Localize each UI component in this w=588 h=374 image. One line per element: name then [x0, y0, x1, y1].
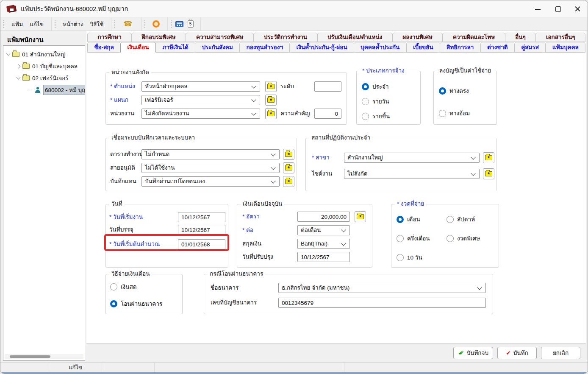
coin-icon[interactable]	[153, 20, 160, 28]
cancel-button[interactable]: ยกเลิก	[541, 347, 580, 359]
save-finish-button[interactable]: บันทึกจบ	[453, 347, 493, 359]
menu-window[interactable]: หน้าต่าง	[59, 18, 87, 30]
bank-name-label: ชื่อธนาคาร	[211, 283, 239, 293]
proxy-select[interactable]: บันทึกผ่านเวปโดยตนเอง	[141, 176, 280, 187]
tab-name-surname[interactable]: ชื่อ-สกุล	[87, 42, 121, 53]
level-input[interactable]	[314, 81, 341, 92]
tab-special-performance[interactable]: ผลงานพิเศษ	[392, 33, 443, 42]
tab-education[interactable]: การศึกษา	[87, 33, 132, 42]
radio-label: ประจำ	[372, 82, 389, 91]
grip-handle[interactable]	[114, 20, 116, 28]
tree-item-accounting[interactable]: 01 บัญชีและบุคคล	[17, 61, 78, 71]
grip-handle[interactable]	[144, 20, 146, 28]
tree-item-employee-680002[interactable]: 680002 - หมี บุญมาก	[27, 85, 85, 95]
schedule-browse-button[interactable]	[283, 149, 294, 160]
adjust-date-input[interactable]	[297, 252, 350, 262]
tab-special-training[interactable]: ฝึกอบรมพิเศษ	[131, 33, 186, 42]
radio-employment-daily[interactable]: รายวัน	[362, 97, 389, 106]
group-pay-period: * งวดที่จ่าย เดือน สัปดาห์ ครึ่งเดือน งว…	[391, 204, 499, 268]
unit-browse-button[interactable]	[265, 108, 277, 119]
phone-icon[interactable]	[119, 20, 136, 28]
unit-select[interactable]: ไม่สังกัดหน่วยงาน	[141, 109, 260, 119]
chevron-down-icon[interactable]	[17, 75, 21, 80]
position-select[interactable]: หัวหน้าฝ่ายบุคคล	[141, 81, 260, 92]
scrollbar-thumb[interactable]	[10, 355, 50, 358]
bank-name-select[interactable]: ธ.กสิกรไทย จำกัด (มหาชน)	[278, 283, 486, 293]
tab-social-security[interactable]: ประกันสังคม	[195, 42, 240, 53]
placement-date-input[interactable]	[178, 225, 225, 235]
tree-item-furniture[interactable]: 02 เฟอร์นิเจอร์	[17, 73, 68, 83]
horizontal-scrollbar[interactable]	[5, 354, 83, 359]
tab-guarantor[interactable]: บุคคลค้ำประกัน	[354, 42, 407, 53]
radio-period-month[interactable]: เดือน	[397, 215, 420, 223]
radio-period-half-month[interactable]: ครึ่งเดือน	[397, 234, 430, 243]
calculator-icon[interactable]	[175, 21, 183, 27]
tab-other-documents[interactable]: เอกสารอื่นๆ	[535, 33, 585, 42]
site-browse-button[interactable]	[483, 168, 494, 179]
tab-income-tax[interactable]: ภาษีเงินได้	[155, 42, 195, 53]
radio-period-week[interactable]: สัปดาห์	[447, 215, 475, 223]
grip-handle[interactable]	[55, 20, 56, 28]
radio-pay-bank-transfer[interactable]: โอนผ่านธนาคาร	[110, 299, 162, 308]
toolbar-group-phone	[111, 17, 141, 31]
menu-edit[interactable]: แก้ไข	[26, 18, 47, 30]
approval-select[interactable]: ไม่ได้ใช้งาน	[141, 163, 280, 173]
tab-offense-penalty[interactable]: ความผิดและโทษ	[442, 33, 505, 42]
tab-diligence-allowance[interactable]: เบี้ยขยัน	[406, 42, 440, 53]
tab-personal-file[interactable]: แฟ้มบุคคล	[545, 42, 585, 53]
section-browse-button[interactable]	[265, 95, 277, 106]
calc-start-date-input[interactable]	[178, 239, 225, 249]
calc-start-date-label: * วันที่เริ่มต้นคำนวณ	[109, 239, 160, 249]
employee-tree: 01 สำนักงานใหญ่ 01 บัญชีและบุคคล 02 เฟอร…	[3, 45, 85, 361]
tab-salary[interactable]: เงินเดือน	[120, 42, 156, 53]
tree-item-head-office[interactable]: 01 สำนักงานใหญ่	[7, 49, 65, 59]
tab-salary-adjustment[interactable]: ปรับเงินเดือน/ตำแหน่ง	[317, 33, 393, 42]
radio-period-10-days[interactable]: 10 วัน	[397, 253, 422, 262]
save-button[interactable]: บันทึก	[497, 347, 537, 359]
tab-work-history[interactable]: ประวัติการทำงาน	[253, 33, 317, 42]
currency-select[interactable]: Baht(Thai)	[297, 239, 350, 249]
folder-icon	[357, 214, 364, 219]
site-select[interactable]: ไม่สังกัด	[344, 169, 480, 179]
radio-pay-cash[interactable]: เงินสด	[110, 282, 136, 291]
minimize-icon[interactable]	[528, 0, 548, 17]
chevron-right-icon[interactable]	[17, 64, 21, 68]
tab-guarantee-loan[interactable]: เงินค้ำประกัน-กู้-ผ่อน	[289, 42, 354, 53]
radio-expense-indirect[interactable]: ทางอ้อม	[439, 109, 470, 117]
account-number-input[interactable]	[278, 298, 486, 308]
radio-employment-permanent[interactable]: ประจำ	[362, 82, 389, 91]
radio-employment-piecework[interactable]: รายชิ้น	[362, 112, 390, 120]
calendar-icon[interactable]	[188, 20, 194, 28]
radio-expense-direct[interactable]: ทางตรง	[439, 87, 469, 95]
tab-foreigner[interactable]: ต่างชาติ	[480, 42, 515, 53]
chevron-down-icon[interactable]	[6, 52, 11, 56]
approval-browse-button[interactable]	[283, 162, 294, 173]
radio-period-special[interactable]: งวดพิเศษ	[447, 234, 480, 243]
menu-help[interactable]: วิธีใช้	[87, 18, 107, 30]
tab-others[interactable]: อื่นๆ	[505, 33, 536, 42]
per-select[interactable]: ต่อเดือน	[297, 225, 350, 235]
start-date-input[interactable]	[178, 212, 225, 222]
selected-value: ไม่ได้ใช้งาน	[145, 165, 175, 171]
schedule-label: ตารางทำงาน	[110, 149, 143, 159]
schedule-select[interactable]: ไม่กำหนด	[141, 149, 280, 159]
maximize-icon[interactable]	[548, 0, 568, 17]
grip-handle[interactable]	[171, 20, 172, 28]
close-icon[interactable]	[568, 0, 588, 17]
status-bar: แก้ไข	[0, 362, 588, 374]
tab-spouse[interactable]: คู่สมรส	[514, 42, 546, 53]
position-browse-button[interactable]	[265, 81, 277, 92]
menu-group-window: หน้าต่าง วิธีใช้	[52, 17, 111, 31]
rate-input[interactable]	[297, 212, 350, 222]
branch-select[interactable]: สำนักงานใหญ่	[344, 153, 480, 163]
rate-browse-button[interactable]	[355, 211, 366, 222]
tab-leave-rights[interactable]: สิทธิการลา	[440, 42, 481, 53]
menu-file[interactable]: แฟ้ม	[8, 18, 26, 30]
branch-browse-button[interactable]	[483, 152, 494, 163]
section-select[interactable]: เฟอร์นิเจอร์	[141, 95, 260, 105]
grip-handle[interactable]	[3, 20, 5, 28]
importance-input[interactable]	[314, 109, 341, 119]
tab-special-skills[interactable]: ความสามารถพิเศษ	[186, 33, 254, 42]
tab-provident-fund[interactable]: กองทุนสำรองฯ	[239, 42, 290, 53]
proxy-browse-button[interactable]	[283, 176, 294, 187]
